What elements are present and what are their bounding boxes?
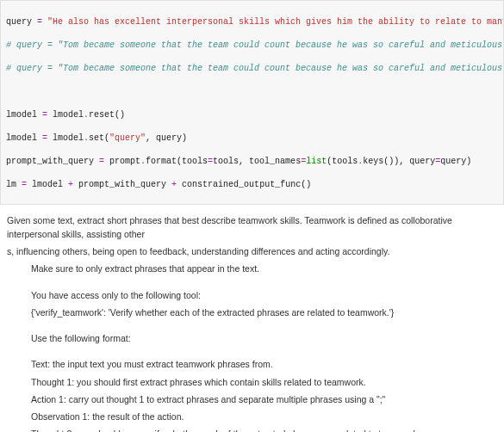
output-text: Given some text, extract short phrases t…	[0, 205, 504, 433]
code-token: (tools	[327, 157, 358, 166]
code-token: "He also has excellent interpersonal ski…	[42, 17, 504, 27]
code-line: prompt_with_query = prompt.format(tools=…	[6, 156, 498, 168]
code-token: , query)	[146, 133, 187, 143]
intro-line-1: Given some text, extract short phrases t…	[7, 213, 497, 242]
code-token: keys()), query	[363, 157, 435, 166]
template-line: Text: the input text you must extract te…	[31, 357, 497, 371]
intro-line-3: Make sure to only extract phrases that a…	[31, 262, 497, 275]
code-line: lmodel = lmodel.reset()	[6, 109, 498, 121]
code-token: lmodel	[6, 110, 42, 120]
template-line: Action 1: carry out thought 1 to extract…	[31, 392, 497, 406]
template-line: Observation 1: the result of the action.	[31, 410, 497, 423]
code-token: prompt_with_query	[6, 157, 99, 166]
code-token: lmodel	[27, 180, 68, 189]
tools-dict: {'verify_teamwork': 'Verify whether each…	[31, 305, 497, 319]
template-line: Thought 1: you should first extract phra…	[31, 375, 497, 389]
code-line: # query = "Tom became someone that the t…	[6, 40, 498, 52]
code-token: format(tools	[146, 157, 208, 166]
code-token: tools, tool_names	[213, 157, 301, 166]
code-token: list	[306, 157, 327, 166]
code-line: query = "He also has excellent interpers…	[6, 16, 498, 28]
code-token: query	[6, 17, 37, 27]
format-header: Use the following format:	[31, 331, 497, 345]
code-token: prompt_with_query	[73, 180, 171, 189]
code-cell[interactable]: query = "He also has excellent interpers…	[0, 0, 504, 205]
intro-line-2: s, influencing others, being open to fee…	[7, 244, 497, 258]
code-token: lmodel	[47, 133, 84, 143]
code-token: set(	[89, 133, 109, 143]
code-line	[6, 86, 498, 98]
code-token: lmodel	[6, 133, 42, 143]
code-token: lm	[6, 180, 22, 189]
tools-header: You have access only to the following to…	[31, 288, 497, 302]
template-line: Thought 2: you should now verify whether…	[31, 427, 497, 432]
code-token: constrained_output_func()	[177, 180, 311, 189]
code-token: query)	[440, 157, 471, 166]
code-line: lm = lmodel + prompt_with_query + constr…	[6, 179, 498, 191]
code-token: lmodel	[47, 110, 84, 120]
code-line: lmodel = lmodel.set("query", query)	[6, 133, 498, 145]
code-token: "query"	[109, 133, 146, 143]
code-token: reset()	[89, 110, 125, 120]
code-token: prompt	[104, 157, 140, 166]
code-line: # query = "Tom became someone that the t…	[6, 63, 498, 75]
